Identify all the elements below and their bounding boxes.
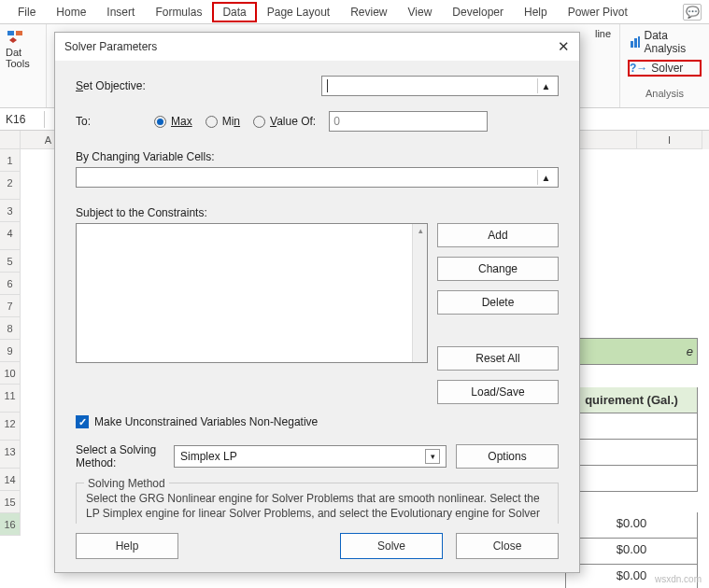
row-header[interactable]: 7 [0,295,21,317]
solver-label: Solver [651,62,683,75]
row-header[interactable]: 12 [0,413,21,441]
table-cell[interactable] [565,440,698,466]
row-header[interactable]: 3 [0,200,21,222]
row-header-selected[interactable]: 16 [0,513,21,536]
ribbon-group-data-tools: Dat Tools [0,24,47,107]
options-button[interactable]: Options [456,444,559,469]
row-header[interactable]: 15 [0,491,21,513]
outline-label: line [595,28,611,39]
data-analysis-button[interactable]: Data Analysis [628,28,702,56]
info-text: Select the GRG Nonlinear engine for Solv… [86,492,540,524]
unconstrained-label: Make Unconstrained Variables Non-Negativ… [94,415,318,428]
row-header[interactable]: 14 [0,469,21,491]
row-header[interactable]: 4 [0,222,21,250]
radio-value-of[interactable]: Value Of: [253,115,316,128]
data-analysis-label: Data Analysis [644,29,700,55]
dialog-footer: Help Solve Close [55,524,579,572]
constraints-label: Subject to the Constraints: [76,206,559,219]
table-cell[interactable] [565,466,698,492]
solver-button[interactable]: ?→ Solver [628,60,702,77]
dialog-titlebar[interactable]: Solver Parameters ✕ [55,33,579,61]
row-header[interactable]: 9 [0,340,21,362]
row-header[interactable]: 13 [0,441,21,469]
table-cell[interactable]: $0.00 [565,539,698,565]
col-header-i[interactable]: I [637,131,702,149]
tab-developer[interactable]: Developer [442,2,514,22]
solving-method-value: Simplex LP [180,450,237,463]
table-title-fragment: e [565,338,698,365]
watermark: wsxdn.com [655,574,702,584]
name-box[interactable]: K16 [0,111,45,128]
to-label: To: [76,115,141,128]
value-of-input[interactable]: 0 [329,111,488,132]
tab-view[interactable]: View [398,2,443,22]
ribbon-group-analysis: Data Analysis ?→ Solver Analysis [620,24,709,107]
group-label: Dat [6,47,21,58]
svg-rect-3 [634,38,637,48]
constraints-list[interactable]: ▴ [76,223,428,363]
objective-input[interactable]: ▲ [321,76,559,96]
tab-home[interactable]: Home [46,2,96,22]
row-header[interactable]: 2 [0,172,21,200]
ribbon-tabs: File Home Insert Formulas Data Page Layo… [0,0,709,24]
load-save-button[interactable]: Load/Save [437,380,559,404]
change-button[interactable]: Change [437,257,559,281]
tab-power-pivot[interactable]: Power Pivot [558,2,638,22]
radio-min-label: Min [222,115,240,128]
help-button[interactable]: Help [76,533,178,559]
svg-rect-4 [638,36,640,48]
svg-rect-0 [7,31,14,35]
radio-min[interactable]: Min [206,115,240,128]
row-header[interactable]: 11 [0,385,21,413]
changing-cells-label: By Changing Variable Cells: [76,150,559,163]
close-button[interactable]: Close [456,533,559,559]
solve-button[interactable]: Solve [340,533,443,559]
row-header[interactable]: 6 [0,273,21,295]
add-button[interactable]: Add [437,223,559,247]
close-icon[interactable]: ✕ [558,38,570,55]
unconstrained-checkbox[interactable]: ✓ [76,415,89,428]
tab-formulas[interactable]: Formulas [145,2,212,22]
radio-max[interactable]: Max [154,115,192,128]
table-col-header: quirement (Gal.) [565,387,698,413]
range-picker-icon[interactable]: ▲ [537,78,554,93]
row-header[interactable]: 1 [0,149,21,172]
tab-page-layout[interactable]: Page Layout [257,2,340,22]
select-all-corner[interactable] [0,131,21,149]
tab-help[interactable]: Help [514,2,558,22]
analysis-group-label: Analysis [628,88,702,99]
changing-cells-input[interactable]: ▲ [76,167,559,188]
info-legend: Solving Method [84,476,169,491]
tab-insert[interactable]: Insert [96,2,145,22]
reset-all-button[interactable]: Reset All [437,346,559,371]
solving-method-select[interactable]: Simplex LP ▾ [174,445,447,468]
row-header[interactable]: 8 [0,317,21,340]
data-tools-icon [6,28,24,47]
row-header[interactable]: 5 [0,250,21,273]
svg-rect-1 [16,31,22,35]
tab-review[interactable]: Review [340,2,397,22]
select-method-label: Select a Solving Method: [76,443,164,469]
comments-icon[interactable]: 💬 [683,4,702,21]
solver-dialog: Solver Parameters ✕ SeSet Objective:t Ob… [54,32,580,573]
row-header[interactable]: 10 [0,362,21,385]
solver-icon: ?→ [630,62,647,75]
ribbon-group-outline: line [587,24,620,107]
tab-file[interactable]: File [7,2,46,22]
svg-rect-2 [631,41,633,48]
radio-max-label: Max [171,115,192,128]
data-analysis-icon [630,35,640,49]
table-cell[interactable] [565,413,698,440]
table-cell[interactable]: $0.00 [565,512,698,539]
tab-data[interactable]: Data [212,2,256,22]
range-picker-icon[interactable]: ▲ [537,170,554,185]
radio-valueof-label: Value Of: [270,115,316,128]
scrollbar[interactable]: ▴ [412,224,427,362]
scroll-up-icon[interactable]: ▴ [415,226,426,235]
group-label-2: Tools [6,58,30,69]
set-objective-label: SeSet Objective:t Objective: [76,79,146,92]
chevron-down-icon[interactable]: ▾ [425,449,440,464]
partial-table: e quirement (Gal.) $0.00 $0.00 $0.00 [565,338,698,588]
dialog-title: Solver Parameters [64,40,157,53]
delete-button[interactable]: Delete [437,290,559,315]
